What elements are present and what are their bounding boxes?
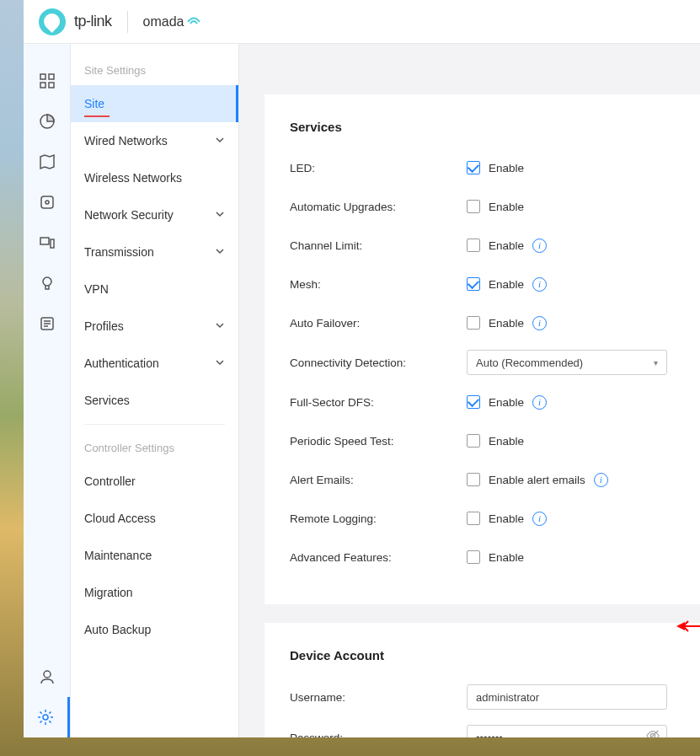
form-label: Remote Logging: xyxy=(290,512,467,525)
nav-devices-icon[interactable] xyxy=(24,182,70,223)
checkbox-auto-failover[interactable] xyxy=(467,316,480,330)
info-icon[interactable]: i xyxy=(594,473,608,487)
device-account-panel: Device Account Username: Password: xyxy=(265,623,700,737)
service-row-led: LED:Enable xyxy=(290,156,675,180)
service-row-advanced-features: Advanced Features:Enable xyxy=(290,545,675,569)
sidebar-item-label: Cloud Access xyxy=(84,512,156,525)
form-value: Enable xyxy=(467,434,524,448)
checkbox-mesh[interactable] xyxy=(467,277,480,291)
svg-point-9 xyxy=(43,277,51,286)
sidebar-item-label: VPN xyxy=(84,282,109,296)
form-label: Alert Emails: xyxy=(290,474,467,486)
checkbox-advanced-features[interactable] xyxy=(467,550,480,564)
sidebar-item-migration[interactable]: Migration xyxy=(71,574,238,611)
form-value: Enable xyxy=(467,161,524,174)
wifi-icon xyxy=(187,15,200,29)
sidebar-item-label: Profiles xyxy=(84,319,124,333)
form-value: Enablei xyxy=(467,395,547,410)
sidebar-item-cloud-access[interactable]: Cloud Access xyxy=(71,500,238,537)
form-label: Automatic Upgrades: xyxy=(290,201,467,213)
nav-dashboard-icon[interactable] xyxy=(24,61,70,101)
password-input[interactable] xyxy=(467,725,667,737)
sidebar-item-network-security[interactable]: Network Security xyxy=(71,196,238,233)
username-input[interactable] xyxy=(467,684,667,710)
info-icon[interactable]: i xyxy=(532,277,547,292)
form-label: Auto Failover: xyxy=(290,317,467,330)
form-label: Channel Limit: xyxy=(290,239,467,252)
form-label: Full-Sector DFS: xyxy=(290,396,467,409)
svg-point-15 xyxy=(43,715,48,720)
sidebar-item-vpn[interactable]: VPN xyxy=(71,271,238,308)
info-icon[interactable]: i xyxy=(532,316,547,330)
service-row-automatic-upgrades: Automatic Upgrades:Enable xyxy=(290,195,675,218)
info-icon[interactable]: i xyxy=(532,239,547,253)
svg-rect-5 xyxy=(41,196,53,208)
form-value: Enable alert emailsi xyxy=(467,473,608,487)
info-icon[interactable]: i xyxy=(532,395,547,410)
checkbox-alert-emails[interactable] xyxy=(467,473,480,486)
sidebar-item-label: Controller xyxy=(84,475,136,488)
service-row-remote-logging: Remote Logging:Enablei xyxy=(290,507,675,530)
form-value: Enablei xyxy=(467,512,547,526)
sidebar-item-services[interactable]: Services xyxy=(71,382,238,419)
sidebar-item-profiles[interactable]: Profiles xyxy=(71,308,238,345)
sidebar-item-label: Transmission xyxy=(84,245,154,259)
chevron-down-icon: ▾ xyxy=(654,358,658,367)
sidebar-item-label: Auto Backup xyxy=(84,623,151,636)
service-row-auto-failover: Auto Failover:Enablei xyxy=(290,311,675,335)
nav-settings-icon[interactable] xyxy=(24,697,70,737)
sidebar-item-transmission[interactable]: Transmission xyxy=(71,233,238,271)
svg-rect-1 xyxy=(49,74,54,79)
sidebar-item-controller[interactable]: Controller xyxy=(71,463,238,500)
form-value: Enablei xyxy=(467,239,547,253)
nav-clients-icon[interactable] xyxy=(24,223,70,263)
sidebar-item-site[interactable]: Site xyxy=(71,85,238,122)
service-row-connectivity-detection: Connectivity Detection:Auto (Recommended… xyxy=(290,350,675,375)
select-connectivity-detection[interactable]: Auto (Recommended)▾ xyxy=(467,350,667,375)
content: Services LED:EnableAutomatic Upgrades:En… xyxy=(239,44,700,737)
sidebar-item-authentication[interactable]: Authentication xyxy=(71,345,238,382)
password-label: Password: xyxy=(290,732,467,738)
nav-map-icon[interactable] xyxy=(24,142,70,182)
checkbox-label: Enable xyxy=(489,162,524,174)
info-icon[interactable]: i xyxy=(532,512,547,526)
chevron-down-icon xyxy=(215,134,225,147)
checkbox-label: Enable alert emails xyxy=(489,474,585,486)
checkbox-automatic-upgrades[interactable] xyxy=(467,200,480,213)
nav-log-icon[interactable] xyxy=(24,303,70,344)
checkbox-channel-limit[interactable] xyxy=(467,239,480,252)
menu-divider xyxy=(84,424,225,425)
sidebar-item-label: Site xyxy=(84,97,104,110)
nav-account-icon[interactable] xyxy=(24,657,70,697)
device-account-title: Device Account xyxy=(290,648,675,662)
checkbox-periodic-speed-test[interactable] xyxy=(467,434,480,448)
sidebar-header-controller: Controller Settings xyxy=(71,430,238,463)
svg-rect-0 xyxy=(40,74,45,79)
checkbox-full-sector-dfs[interactable] xyxy=(467,395,480,409)
checkbox-led[interactable] xyxy=(467,161,480,174)
logo-divider xyxy=(127,11,128,33)
sidebar-item-wireless-networks[interactable]: Wireless Networks xyxy=(71,159,238,196)
sidebar-item-wired-networks[interactable]: Wired Networks xyxy=(71,122,238,159)
form-label: Mesh: xyxy=(290,278,467,291)
service-row-channel-limit: Channel Limit:Enablei xyxy=(290,233,675,257)
form-label: Advanced Features: xyxy=(290,551,467,564)
checkbox-label: Enable xyxy=(489,239,524,252)
brand-omada: omada xyxy=(143,14,201,29)
sidebar-item-auto-backup[interactable]: Auto Backup xyxy=(71,611,238,648)
sidebar-item-maintenance[interactable]: Maintenance xyxy=(71,537,238,574)
sidebar-header-site: Site Settings xyxy=(71,52,238,85)
chevron-down-icon xyxy=(215,245,225,259)
svg-point-6 xyxy=(45,201,49,204)
password-visibility-icon[interactable] xyxy=(645,728,660,737)
sidebar-item-label: Network Security xyxy=(84,208,174,222)
checkbox-remote-logging[interactable] xyxy=(467,512,480,525)
tplink-logo-icon xyxy=(39,8,66,35)
form-value: Enablei xyxy=(467,316,547,330)
nav-insight-icon[interactable] xyxy=(24,263,70,303)
services-title: Services xyxy=(290,120,675,134)
svg-rect-8 xyxy=(51,239,54,248)
sidebar-item-label: Wired Networks xyxy=(84,134,168,147)
nav-statistics-icon[interactable] xyxy=(24,101,70,142)
username-label: Username: xyxy=(290,691,467,704)
